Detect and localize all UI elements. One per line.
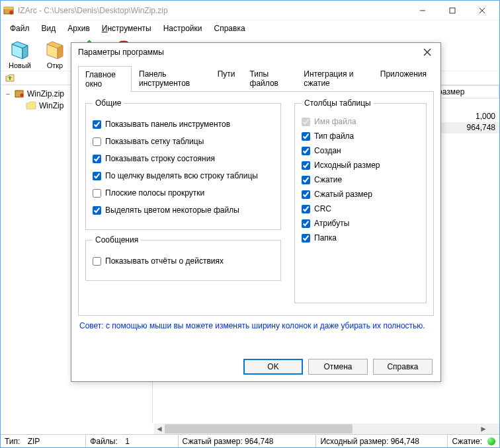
chk-show-toolbar[interactable]: Показывать панель инструментов xyxy=(93,120,274,129)
status-type: Тип: ZIP xyxy=(1,435,86,447)
folder-icon xyxy=(26,100,36,111)
app-icon xyxy=(3,5,14,16)
toolbar-open-button[interactable]: Откр xyxy=(44,39,65,69)
chk-col-compr-size[interactable]: Сжатый размер xyxy=(302,190,419,199)
scroll-right-icon[interactable]: ► xyxy=(478,424,489,434)
group-general: Общие Показывать панель инструментов Пок… xyxy=(85,98,281,230)
chk-col-folder[interactable]: Папка xyxy=(302,233,419,243)
dialog-tabs: Главное окно Панель инструментов Пути Ти… xyxy=(71,61,440,91)
scroll-corner xyxy=(489,424,499,434)
cell-size-2: 964,748 xyxy=(436,123,495,132)
status-compression: Сжатие: xyxy=(448,435,499,447)
chk-col-filename: Имя файла xyxy=(302,117,419,126)
scroll-thumb[interactable] xyxy=(165,424,353,433)
collapse-icon[interactable]: − xyxy=(5,90,11,98)
dialog-button-row: OK Отмена Справка xyxy=(71,352,440,381)
settings-dialog: Параметры программы Главное окно Панель … xyxy=(71,42,441,382)
column-header-size[interactable]: размер xyxy=(433,85,499,98)
chk-col-created[interactable]: Создан xyxy=(302,146,419,155)
legend-columns: Столбцы таблицы xyxy=(302,98,374,108)
toolbar-new-button[interactable]: Новый xyxy=(9,39,31,69)
svg-point-10 xyxy=(21,94,24,97)
dialog-close-button[interactable] xyxy=(421,46,434,59)
menu-view[interactable]: Вид xyxy=(36,22,62,35)
tree-root-label: WinZip.zip xyxy=(27,89,64,98)
new-icon xyxy=(9,39,30,60)
maximize-button[interactable] xyxy=(437,1,467,20)
svg-rect-4 xyxy=(450,8,455,13)
scroll-left-icon[interactable]: ◄ xyxy=(154,424,165,434)
ok-button[interactable]: OK xyxy=(243,359,303,375)
status-compressed: Сжатый размер: 964,748 xyxy=(179,435,317,447)
menu-file[interactable]: Файл xyxy=(5,22,35,35)
chk-col-crc[interactable]: CRC xyxy=(302,204,419,213)
dialog-hint: Совет: с помощью мыши вы можете изменять… xyxy=(79,321,433,330)
chk-show-status[interactable]: Показывать строку состояния xyxy=(93,154,274,163)
dialog-title: Параметры программы xyxy=(78,48,421,57)
statusbar: Тип: ZIP Файлы: 1 Сжатый размер: 964,748… xyxy=(1,434,499,447)
cancel-button[interactable]: Отмена xyxy=(308,359,368,375)
chk-color-files[interactable]: Выделять цветом некоторые файлы xyxy=(93,205,274,215)
close-button[interactable] xyxy=(467,1,497,20)
chk-flat-scroll[interactable]: Плоские полосы прокрутки xyxy=(93,188,274,198)
tab-filetypes[interactable]: Типы файлов xyxy=(243,65,297,91)
toolbar-open-label: Откр xyxy=(47,61,63,69)
dialog-titlebar: Параметры программы xyxy=(71,43,440,61)
tab-integration[interactable]: Интеграция и сжатие xyxy=(296,65,372,91)
legend-messages: Сообщения xyxy=(93,235,141,244)
svg-point-2 xyxy=(9,11,13,15)
chk-click-select-row[interactable]: По щелчку выделять всю строку таблицы xyxy=(93,171,274,180)
svg-rect-1 xyxy=(4,7,13,9)
menu-settings[interactable]: Настройки xyxy=(158,22,208,35)
menu-help[interactable]: Справка xyxy=(209,22,251,35)
group-columns: Столбцы таблицы Имя файла Тип файла Созд… xyxy=(294,98,427,303)
tree-child-label: WinZip xyxy=(39,101,63,110)
cell-size-1: 1,000 xyxy=(436,112,495,121)
tab-toolbar[interactable]: Панель инструментов xyxy=(132,65,210,91)
tab-apps[interactable]: Приложения xyxy=(373,65,434,91)
menu-tools[interactable]: Инструменты xyxy=(97,22,157,35)
up-icon[interactable] xyxy=(5,73,15,83)
status-dot-icon xyxy=(487,437,495,445)
tab-body: Общие Показывать панель инструментов Пок… xyxy=(78,91,434,316)
menu-archive[interactable]: Архив xyxy=(62,22,95,35)
minimize-button[interactable] xyxy=(407,1,437,20)
window-title: IZArc - C:\Users\Denis\Desktop\WinZip.zi… xyxy=(18,6,407,15)
titlebar: IZArc - C:\Users\Denis\Desktop\WinZip.zi… xyxy=(1,1,499,20)
tab-main-window[interactable]: Главное окно xyxy=(78,66,132,92)
legend-general: Общие xyxy=(93,98,124,108)
tab-paths[interactable]: Пути xyxy=(210,65,243,91)
chk-col-attributes[interactable]: Атрибуты xyxy=(302,219,419,228)
chk-col-filetype[interactable]: Тип файла xyxy=(302,131,419,141)
status-files: Файлы: 1 xyxy=(86,435,178,447)
menubar: Файл Вид Архив Инструменты Настройки Спр… xyxy=(1,20,499,36)
close-icon xyxy=(423,48,431,56)
chk-col-compression[interactable]: Сжатие xyxy=(302,175,419,184)
help-button[interactable]: Справка xyxy=(373,359,433,375)
archive-icon xyxy=(14,89,24,99)
open-icon xyxy=(44,39,65,60)
chk-show-grid[interactable]: Показывать сетку таблицы xyxy=(93,137,274,146)
horizontal-scrollbar[interactable]: ◄ ► xyxy=(154,424,489,434)
toolbar-new-label: Новый xyxy=(9,61,31,69)
chk-show-reports[interactable]: Показывать отчёты о действиях xyxy=(93,256,274,266)
group-messages: Сообщения Показывать отчёты о действиях xyxy=(85,235,281,281)
status-original: Исходный размер: 964,748 xyxy=(316,435,448,447)
chk-col-orig-size[interactable]: Исходный размер xyxy=(302,161,419,170)
